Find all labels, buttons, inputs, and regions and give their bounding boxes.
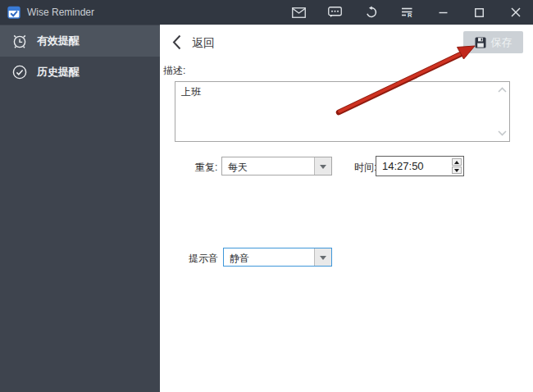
time-spinner-down-button[interactable] xyxy=(452,166,462,174)
titlebar: Wise Reminder xyxy=(0,0,533,25)
chevron-down-icon xyxy=(320,256,326,263)
floppy-disk-icon xyxy=(475,37,486,48)
triangle-up-icon xyxy=(454,158,459,164)
sidebar-item-label: 历史提醒 xyxy=(37,65,80,80)
repeat-dropdown-button[interactable] xyxy=(314,157,331,175)
close-icon[interactable] xyxy=(508,6,522,20)
triangle-down-icon xyxy=(454,169,459,175)
save-label: 保存 xyxy=(491,35,512,50)
back-button[interactable]: 返回 xyxy=(172,34,215,52)
wise-reminder-window: Wise Reminder xyxy=(0,0,533,392)
repeat-dropdown[interactable]: 每天 xyxy=(221,157,332,175)
app-logo-icon xyxy=(7,6,20,19)
report-list-icon[interactable]: R xyxy=(400,6,414,20)
svg-text:R: R xyxy=(408,11,412,18)
repeat-value: 每天 xyxy=(222,157,314,175)
back-chevron-icon xyxy=(172,34,181,52)
alarm-clock-icon xyxy=(11,33,28,49)
scroll-down-icon[interactable] xyxy=(498,130,507,136)
repeat-label: 重复: xyxy=(195,161,217,175)
time-input[interactable]: 14:27:50 xyxy=(376,156,464,176)
description-textarea[interactable]: 上班 xyxy=(175,81,510,142)
window-title: Wise Reminder xyxy=(27,7,94,18)
sound-dropdown-button[interactable] xyxy=(314,248,331,266)
check-circle-icon xyxy=(11,64,28,80)
time-spinner xyxy=(450,157,463,175)
chevron-down-icon xyxy=(320,165,326,172)
time-value: 14:27:50 xyxy=(376,157,450,175)
description-label: 描述: xyxy=(163,64,185,78)
sound-label: 提示音 xyxy=(189,252,218,266)
sound-dropdown[interactable]: 静音 xyxy=(223,248,332,267)
sidebar-item-history-reminders[interactable]: 历史提醒 xyxy=(0,57,160,88)
sidebar-item-label: 有效提醒 xyxy=(37,34,80,48)
sidebar-item-active-reminders[interactable]: 有效提醒 xyxy=(0,25,160,57)
refresh-icon[interactable] xyxy=(364,6,378,20)
sidebar: 有效提醒 历史提醒 xyxy=(0,25,160,392)
back-label: 返回 xyxy=(192,36,215,51)
maximize-icon[interactable] xyxy=(472,6,486,20)
time-label: 时间: xyxy=(354,161,376,175)
scroll-up-icon[interactable] xyxy=(498,87,507,93)
mail-icon[interactable] xyxy=(292,6,306,20)
sound-value: 静音 xyxy=(224,248,314,266)
edit-reminder-panel: 返回 保存 描述: 上班 重复: xyxy=(160,25,533,392)
save-button[interactable]: 保存 xyxy=(463,31,523,53)
minimize-icon[interactable] xyxy=(436,6,450,20)
time-spinner-up-button[interactable] xyxy=(452,158,462,166)
feedback-icon[interactable] xyxy=(328,6,342,20)
description-text: 上班 xyxy=(181,86,201,98)
titlebar-icons: R xyxy=(292,0,522,25)
